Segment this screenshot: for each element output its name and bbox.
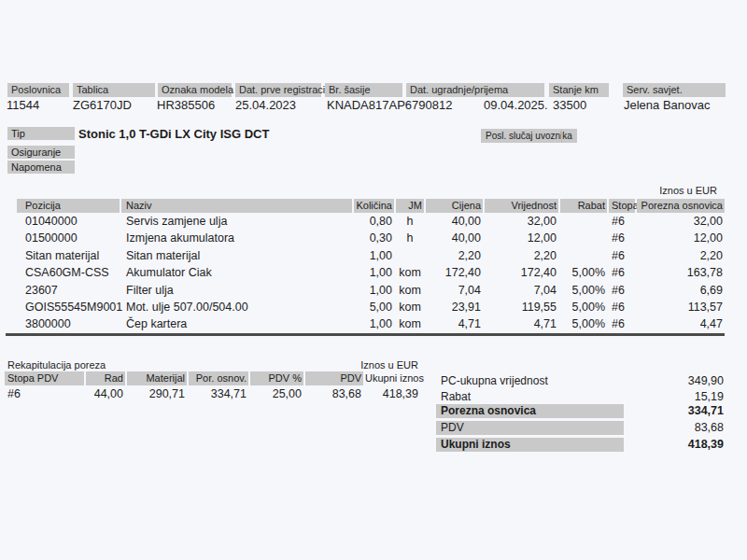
cell-kolicina: 1,00 [354,264,394,281]
recap-title: Rekapitulacija poreza [5,359,106,371]
cell-cijena: 40,00 [426,230,483,246]
cell-porezna-osnovica: 12,00 [637,230,725,246]
cell-kolicina: 1,00 [354,247,394,264]
table-row: 3800000 Čep kartera 1,00 kom 4,71 4,71 5… [17,315,725,332]
table-bottom-divider [6,333,725,336]
cell-porezna-osnovica: 6,69 [637,282,725,299]
cell-rabat [560,230,607,246]
vehicle-model-text: Stonic 1,0 T-GDi LX City ISG DCT [78,127,269,141]
field-label-oznaka-modela: Oznaka modela [158,83,232,97]
recap-val-por-osnov: 334,71 [189,387,248,401]
cell-porezna-osnovica: 32,00 [637,213,725,230]
cell-cijena: 23,91 [426,299,483,315]
totals-value: 349,90 [624,374,724,388]
recap-col-ukupni-iznos: Ukupni iznos [365,371,420,385]
cell-naziv: Sitan materijal [121,247,352,264]
field-label-stanje-km: Stanje km [549,83,609,97]
field-label-dat-prve-registracije: Dat. prve registracije [235,83,321,97]
field-value-dat-prve-registracije: 25.04.2023 [235,98,296,112]
cell-naziv: Servis zamjene ulja [121,213,352,230]
col-header-rabat: Rabat [560,199,607,213]
cell-porezna-osnovica: 4,47 [637,315,725,332]
cell-stopa: #6 [609,264,635,281]
field-value-dat-ugradnje-prijema: 09.04.2025. [484,98,548,112]
recap-val-stopa-pdv: #6 [5,387,84,401]
table-row: 23607 Filter ulja 1,00 kom 7,04 7,04 5,0… [17,282,725,299]
cell-cijena: 40,00 [426,213,483,230]
cell-stopa: #6 [609,247,635,264]
cell-vrijednost: 32,00 [485,213,558,230]
field-value-stanje-km: 33500 [553,98,586,112]
col-header-naziv: Naziv [121,199,352,213]
cell-kolicina: 0,30 [354,230,394,246]
recap-val-ukupni-iznos: 418,39 [365,387,420,401]
field-label-serv-savjet: Serv. savjet. [623,83,726,97]
cell-jm: kom [396,264,424,281]
recap-col-stopa-pdv: Stopa PDV [5,371,84,385]
cell-kolicina: 0,80 [354,213,394,230]
totals-label: Porezna osnovica [436,404,624,418]
recap-header-row: Stopa PDV Rad Materijal Por. osnov. PDV … [5,371,420,385]
cell-pozicija: 01500000 [17,230,120,246]
totals-label: Ukupni iznos [436,438,624,452]
field-label-br-sasije: Br. šasije [325,83,402,97]
cell-kolicina: 5,00 [354,299,394,315]
field-label-osiguranje: Osiguranje [7,146,75,159]
totals-value: 418,39 [624,438,724,452]
col-header-jm: JM [396,199,424,213]
cell-stopa: #6 [609,299,635,315]
cell-rabat [560,247,607,264]
col-header-cijena: Cijena [426,199,483,213]
cell-rabat [560,213,607,230]
vehicle-header-labels: Poslovnica Tablica Oznaka modela Dat. pr… [7,83,726,97]
cell-kolicina: 1,00 [354,315,394,332]
recap-col-materijal: Materijal [127,371,187,385]
totals-row-pc-ukupna: PC-ukupna vrijednost 349,90 [436,374,724,388]
cell-pozicija: GOIS55545M9001 [17,299,120,315]
table-row: 01040000 Servis zamjene ulja 0,80 h 40,0… [17,213,725,230]
field-label-napomena: Napomena [7,161,75,174]
col-header-kolicina: Količina [354,199,394,213]
cell-pozicija: CSA60GM-CSS [17,264,120,281]
cell-stopa: #6 [609,282,635,299]
cell-cijena: 172,40 [426,264,483,281]
cell-jm [396,247,424,264]
field-label-tip: Tip [7,127,75,140]
col-header-vrijednost: Vrijednost [485,199,558,213]
cell-cijena: 4,71 [426,315,483,332]
cell-vrijednost: 4,71 [485,315,558,332]
items-table: Pozicija Naziv Količina JM Cijena Vrijed… [17,199,725,333]
cell-porezna-osnovica: 2,20 [637,247,725,264]
cell-pozicija: Sitan materijal [17,247,120,264]
cell-cijena: 7,04 [426,282,483,299]
totals-label: PC-ukupna vrijednost [436,374,624,388]
totals-label: PDV [436,421,624,435]
recap-val-materijal: 290,71 [127,387,187,401]
totals-label: Rabat [436,390,624,404]
cell-vrijednost: 119,55 [485,299,558,315]
recap-val-pdv-pct: 25,00 [250,387,303,401]
cell-cijena: 2,20 [426,247,483,264]
cell-rabat: 5,00% [560,282,607,299]
table-row: Sitan materijal Sitan materijal 1,00 2,2… [17,247,725,264]
cell-jm: h [396,213,424,230]
recap-col-pdv: PDV [305,371,363,385]
recap-col-rad: Rad [86,371,125,385]
totals-value: 334,71 [624,404,724,418]
field-value-tablica: ZG6170JD [73,98,132,112]
cell-vrijednost: 172,40 [485,264,558,281]
recap-col-pdv-pct: PDV % [250,371,303,385]
cell-jm: kom [396,299,424,315]
field-value-serv-savjet: Jelena Banovac [624,98,711,112]
totals-row-pdv: PDV 83,68 [436,421,724,435]
field-value-poslovnica: 11544 [7,98,39,112]
cell-stopa: #6 [609,230,635,246]
field-label-poslovnica: Poslovnica [7,83,69,97]
cell-jm: kom [396,282,424,299]
cell-kolicina: 1,00 [354,282,394,299]
cell-naziv: Filter ulja [121,282,352,299]
table-row: GOIS55545M9001 Mot. ulje 507.00/504.00 5… [17,299,725,315]
items-table-header-row: Pozicija Naziv Količina JM Cijena Vrijed… [17,199,725,213]
cell-pozicija: 3800000 [17,315,120,332]
cell-porezna-osnovica: 163,78 [637,264,725,281]
